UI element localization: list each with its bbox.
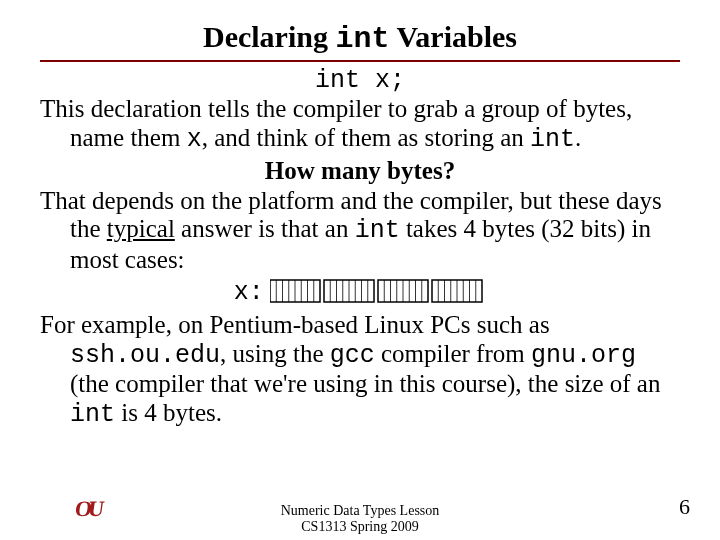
p1-t3: .	[575, 124, 581, 151]
p2-t2: answer is that an	[175, 215, 355, 242]
page-number: 6	[679, 494, 690, 520]
p3-c2: gcc	[330, 341, 375, 370]
p3-t5: is 4 bytes.	[115, 399, 222, 426]
paragraph-1: This declaration tells the compiler to g…	[40, 95, 680, 155]
p3-t2: , using the	[220, 340, 330, 367]
p2-c1: int	[355, 216, 400, 245]
bytes-icon	[270, 279, 486, 303]
paragraph-2: That depends on the platform and the com…	[40, 187, 680, 275]
title-post: Variables	[389, 20, 517, 53]
byte-visualization: x:	[40, 277, 680, 307]
p2-u1: typical	[107, 215, 175, 242]
ou-logo: OU	[75, 496, 100, 522]
p3-t4: (the compiler that we're using in this c…	[70, 370, 660, 397]
subheading: How many bytes?	[40, 157, 680, 185]
slide-title: Declaring int Variables	[40, 20, 680, 62]
p3-c3: gnu.org	[531, 341, 636, 370]
p3-c1: ssh.ou.edu	[70, 341, 220, 370]
footer: Numeric Data Types Lesson CS1313 Spring …	[0, 503, 720, 534]
p3-t3: compiler from	[375, 340, 531, 367]
p3-t1: For example, on Pentium-based Linux PCs …	[40, 311, 550, 338]
p1-t2: , and think of them as storing an	[202, 124, 530, 151]
title-pre: Declaring	[203, 20, 335, 53]
viz-label: x:	[234, 278, 264, 307]
footer-line2: CS1313 Spring 2009	[0, 519, 720, 534]
p3-c4: int	[70, 400, 115, 429]
paragraph-3: For example, on Pentium-based Linux PCs …	[40, 311, 680, 430]
p1-c1: x	[187, 125, 202, 154]
footer-line1: Numeric Data Types Lesson	[0, 503, 720, 518]
declaration-example: int x;	[40, 66, 680, 95]
title-code: int	[335, 22, 389, 56]
p1-c2: int	[530, 125, 575, 154]
